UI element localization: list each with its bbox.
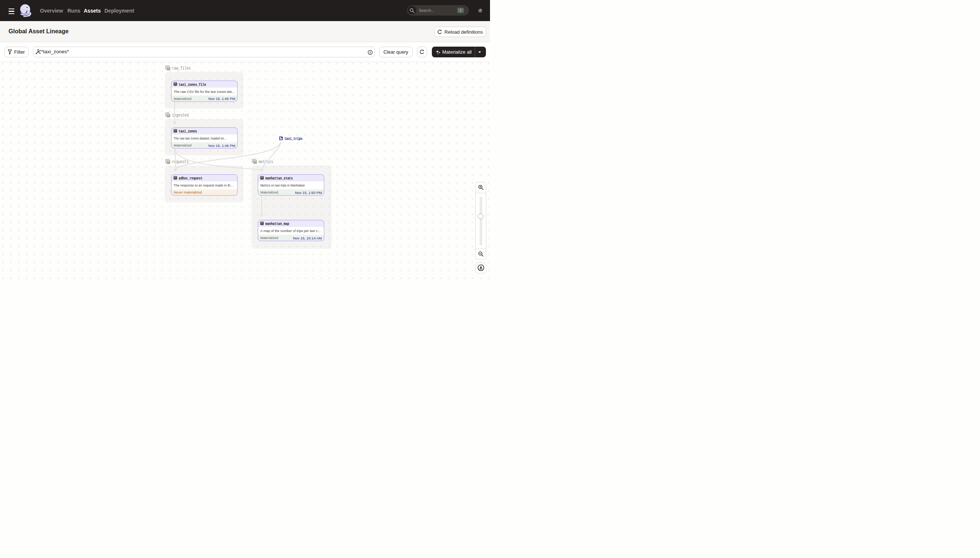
svg-text:Nov 15, 1:50 PM: Nov 15, 1:50 PM [295, 190, 322, 195]
svg-text:Materialized: Materialized [174, 97, 191, 101]
svg-text:requests: requests [172, 159, 189, 165]
svg-text:Nov 16, 10:14 AM: Nov 16, 10:14 AM [293, 236, 322, 240]
svg-text:Never materialized: Never materialized [174, 190, 202, 194]
svg-text:The response to an request mad: The response to an request made in th… [174, 184, 234, 187]
svg-text:taxi_trips: taxi_trips [285, 136, 303, 141]
svg-text:adhoc_request: adhoc_request [179, 176, 203, 181]
svg-text:Materialized: Materialized [174, 144, 191, 147]
svg-text:The raw CSV file for the taxi: The raw CSV file for the taxi zones dat… [174, 90, 235, 94]
svg-text:The raw taxi zones dataset, lo: The raw taxi zones dataset, loaded int… [174, 136, 227, 140]
svg-text:taxi_zones_file: taxi_zones_file [179, 82, 206, 87]
svg-text:Nov 15, 1:46 PM: Nov 15, 1:46 PM [209, 97, 236, 101]
svg-text:Nov 15, 1:46 PM: Nov 15, 1:46 PM [209, 144, 236, 148]
svg-text:taxi_zones: taxi_zones [179, 129, 197, 134]
svg-text:raw_files: raw_files [172, 66, 191, 71]
svg-text:manhattan_stats: manhattan_stats [265, 176, 293, 181]
svg-text:Metrics on taxi trips in Manha: Metrics on taxi trips in Manhattan [260, 184, 305, 187]
svg-text:Materialized: Materialized [260, 190, 278, 194]
svg-text:manhattan_map: manhattan_map [265, 222, 289, 226]
svg-text:Materialized: Materialized [260, 236, 278, 240]
svg-text:A map of the number of trips p: A map of the number of trips per taxi z… [260, 229, 321, 233]
